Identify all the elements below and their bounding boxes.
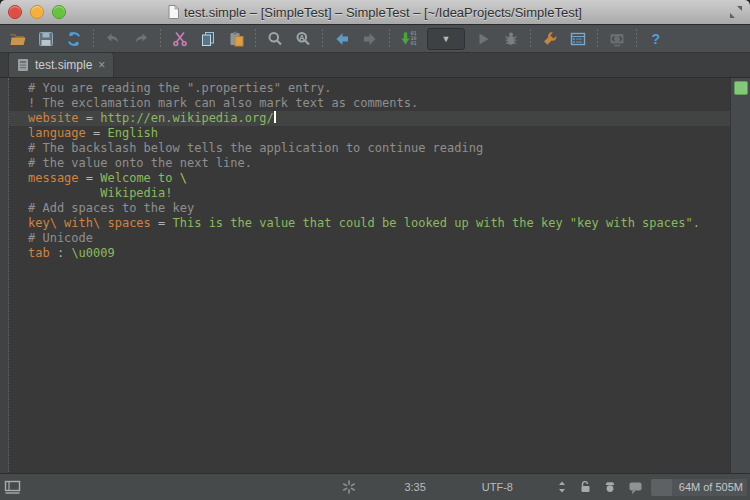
make-project-button[interactable]: 011001 [397,27,421,51]
code-line[interactable]: # Unicode [9,231,731,246]
document-icon [168,5,179,19]
code-line[interactable]: message = Welcome to \ [9,171,731,186]
debug-button[interactable] [499,27,523,51]
run-configurations-combo[interactable]: ▼ [427,28,465,50]
code-line[interactable]: # the value onto the next line. [9,156,731,171]
error-stripe[interactable] [730,78,750,474]
open-file-button[interactable] [6,27,30,51]
main-toolbar: A011001▼? [0,25,750,53]
help-button[interactable]: ? [644,27,668,51]
line-separator-icon[interactable] [557,480,567,494]
settings-button[interactable] [538,27,562,51]
toolbar-separator [322,29,323,49]
cut-icon [171,30,189,48]
code-line[interactable]: Wikipedia! [9,186,731,201]
paste-button[interactable] [224,27,248,51]
token-value: http://en.wikipedia.org/ [100,111,273,125]
token-plain: = [151,216,173,230]
token-escape: \ [180,171,187,185]
minimize-window-button[interactable] [30,5,44,19]
token-plain: = [79,171,101,185]
forward-icon [361,30,379,48]
toggle-toolwindows-icon[interactable] [4,479,21,495]
run-button[interactable] [471,27,495,51]
ide-window: test.simple – [SimpleTest] – SimpleTest … [0,0,750,500]
zoom-window-button[interactable] [52,5,66,19]
tab-label: test.simple [35,58,92,72]
token-key: tab [28,246,50,260]
save-all-button[interactable] [34,27,58,51]
svg-text:01: 01 [411,40,417,46]
code-line[interactable]: # You are reading the ".properties" entr… [9,81,731,96]
project-structure-button[interactable] [566,27,590,51]
file-icon [17,58,29,72]
export-icon [608,30,626,48]
code-line[interactable]: ! The exclamation mark can also mark tex… [9,96,731,111]
copy-icon [199,30,217,48]
paste-icon [227,30,245,48]
token-value: \u0009 [71,246,114,260]
toolbar-separator [636,29,637,49]
code-line[interactable]: # Add spaces to the key [9,201,731,216]
close-window-button[interactable] [8,5,22,19]
code-line[interactable]: key\ with\ spaces = This is the value th… [9,216,731,231]
memory-used-fill [651,479,672,496]
code-line[interactable]: language = English [9,126,731,141]
toolbar-separator [597,29,598,49]
inspection-status-indicator[interactable] [734,81,748,95]
window-title-group: test.simple – [SimpleTest] – SimpleTest … [0,5,750,20]
lock-icon[interactable] [578,480,592,494]
event-log-bubble-icon[interactable] [628,480,643,495]
copy-button[interactable] [196,27,220,51]
token-key: message [28,171,79,185]
token-comment: # Add spaces to the key [28,201,194,215]
back-button[interactable] [330,27,354,51]
editor[interactable]: # You are reading the ".properties" entr… [0,78,750,474]
token-key: key\ with\ spaces [28,216,151,230]
token-comment: # You are reading the ".properties" entr… [28,81,331,95]
token-plain: = [79,111,101,125]
synchronize-button[interactable] [62,27,86,51]
text-caret [274,111,276,123]
settings-icon [541,30,559,48]
caret-position[interactable]: 3:35 [400,481,429,493]
undo-button[interactable] [101,27,125,51]
background-task-spinner-icon [342,480,356,494]
code-line[interactable]: website = http://en.wikipedia.org/ [9,111,731,126]
replace-button[interactable]: A [291,27,315,51]
fullscreen-icon[interactable] [728,4,744,20]
open-folder-icon [9,30,27,48]
toolbar-separator [530,29,531,49]
redo-button[interactable] [129,27,153,51]
project-structure-icon [569,30,587,48]
memory-indicator[interactable]: 64M of 505M [651,479,747,496]
editor-tabbar: test.simple × [0,53,750,78]
undo-icon [104,30,122,48]
svg-text:A: A [300,33,305,40]
tab-test-simple[interactable]: test.simple × [8,52,114,77]
token-key: language [28,126,86,140]
titlebar[interactable]: test.simple – [SimpleTest] – SimpleTest … [0,0,750,25]
save-all-icon [37,30,55,48]
highlighting-level-icon[interactable] [603,480,617,494]
make-project-icon: 011001 [400,30,418,48]
code-line[interactable]: # The backslash below tells the applicat… [9,141,731,156]
traffic-lights [8,0,66,24]
token-comment: # Unicode [28,231,93,245]
svg-text:?: ? [652,31,661,47]
tab-close-icon[interactable]: × [98,59,105,71]
export-to-html-button[interactable] [605,27,629,51]
token-value: Welcome to [100,171,179,185]
editor-gutter [0,78,9,474]
code-area[interactable]: # You are reading the ".properties" entr… [9,78,731,474]
token-comment: ! The exclamation mark can also mark tex… [28,96,418,110]
file-encoding[interactable]: UTF-8 [478,481,517,493]
code-line[interactable]: tab : \u0009 [9,246,731,261]
token-value: This is the value that could be looked u… [173,216,700,230]
token-value: English [107,126,158,140]
token-comment: # the value onto the next line. [28,156,252,170]
memory-label: 64M of 505M [679,481,747,493]
forward-button[interactable] [358,27,382,51]
find-button[interactable] [263,27,287,51]
cut-button[interactable] [168,27,192,51]
